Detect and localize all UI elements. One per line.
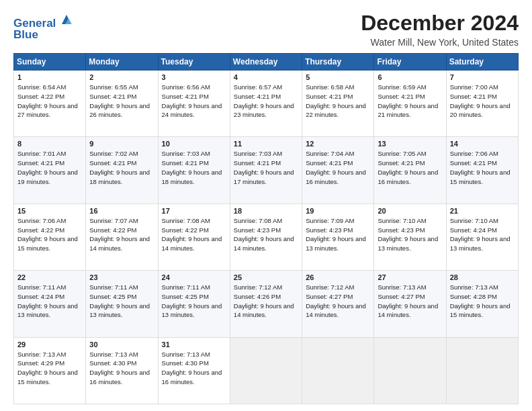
calendar-header-cell: Wednesday	[230, 54, 302, 71]
day-number: 20	[378, 207, 442, 215]
calendar-day-cell: 30Sunrise: 7:13 AMSunset: 4:30 PMDayligh…	[86, 337, 158, 404]
day-number: 10	[162, 140, 226, 148]
day-number: 1	[17, 73, 82, 81]
day-info: Sunrise: 7:08 AMSunset: 4:23 PMDaylight:…	[234, 216, 298, 253]
day-number: 29	[17, 340, 82, 349]
calendar-day-cell	[374, 337, 446, 404]
day-number: 30	[89, 340, 154, 349]
calendar-day-cell: 19Sunrise: 7:09 AMSunset: 4:23 PMDayligh…	[302, 203, 374, 270]
calendar-day-cell: 22Sunrise: 7:11 AMSunset: 4:24 PMDayligh…	[14, 271, 86, 337]
day-info: Sunrise: 7:05 AMSunset: 4:21 PMDaylight:…	[378, 149, 442, 186]
day-info: Sunrise: 6:56 AMSunset: 4:21 PMDaylight:…	[162, 83, 226, 120]
calendar-day-cell	[302, 337, 374, 404]
calendar-day-cell: 23Sunrise: 7:11 AMSunset: 4:25 PMDayligh…	[86, 271, 158, 337]
calendar-day-cell: 16Sunrise: 7:07 AMSunset: 4:22 PMDayligh…	[86, 203, 158, 270]
day-info: Sunrise: 7:01 AMSunset: 4:21 PMDaylight:…	[17, 149, 82, 186]
title-block: December 2024 Water Mill, New York, Unit…	[361, 11, 519, 48]
calendar-day-cell: 8Sunrise: 7:01 AMSunset: 4:21 PMDaylight…	[14, 137, 86, 203]
day-number: 13	[378, 140, 442, 148]
day-number: 22	[17, 273, 82, 281]
day-info: Sunrise: 7:11 AMSunset: 4:25 PMDaylight:…	[89, 283, 154, 320]
page: General Blue December 2024 Water Mill, N…	[0, 0, 532, 411]
day-info: Sunrise: 6:59 AMSunset: 4:21 PMDaylight:…	[378, 83, 442, 120]
day-number: 6	[378, 73, 442, 81]
calendar-header-row: SundayMondayTuesdayWednesdayThursdayFrid…	[14, 54, 519, 71]
calendar-day-cell: 28Sunrise: 7:13 AMSunset: 4:28 PMDayligh…	[446, 271, 518, 337]
day-number: 7	[450, 73, 515, 81]
calendar-day-cell: 18Sunrise: 7:08 AMSunset: 4:23 PMDayligh…	[230, 203, 302, 270]
calendar-day-cell: 24Sunrise: 7:11 AMSunset: 4:25 PMDayligh…	[158, 271, 230, 337]
calendar-day-cell: 25Sunrise: 7:12 AMSunset: 4:26 PMDayligh…	[230, 271, 302, 337]
day-number: 19	[306, 207, 370, 215]
day-number: 27	[378, 273, 442, 281]
day-number: 3	[162, 73, 226, 81]
logo-icon	[59, 12, 74, 27]
calendar-day-cell: 11Sunrise: 7:03 AMSunset: 4:21 PMDayligh…	[230, 137, 302, 203]
calendar-day-cell: 20Sunrise: 7:10 AMSunset: 4:23 PMDayligh…	[374, 203, 446, 270]
calendar-header-cell: Saturday	[446, 54, 518, 71]
calendar-day-cell: 1Sunrise: 6:54 AMSunset: 4:22 PMDaylight…	[14, 71, 86, 137]
day-info: Sunrise: 7:13 AMSunset: 4:29 PMDaylight:…	[17, 350, 82, 387]
day-info: Sunrise: 7:13 AMSunset: 4:27 PMDaylight:…	[378, 283, 442, 320]
day-number: 26	[306, 273, 370, 281]
calendar-week-row: 29Sunrise: 7:13 AMSunset: 4:29 PMDayligh…	[14, 337, 519, 404]
day-info: Sunrise: 7:00 AMSunset: 4:21 PMDaylight:…	[450, 83, 515, 120]
calendar-week-row: 1Sunrise: 6:54 AMSunset: 4:22 PMDaylight…	[14, 71, 519, 137]
calendar-day-cell: 7Sunrise: 7:00 AMSunset: 4:21 PMDaylight…	[446, 71, 518, 137]
calendar-day-cell	[230, 337, 302, 404]
day-info: Sunrise: 7:04 AMSunset: 4:21 PMDaylight:…	[306, 149, 370, 186]
day-number: 18	[234, 207, 298, 215]
calendar-day-cell: 29Sunrise: 7:13 AMSunset: 4:29 PMDayligh…	[14, 337, 86, 404]
calendar-day-cell: 2Sunrise: 6:55 AMSunset: 4:21 PMDaylight…	[86, 71, 158, 137]
day-number: 9	[89, 140, 154, 148]
subtitle: Water Mill, New York, United States	[361, 37, 519, 48]
day-number: 23	[89, 273, 154, 281]
day-info: Sunrise: 7:13 AMSunset: 4:28 PMDaylight:…	[450, 283, 515, 320]
calendar-day-cell	[446, 337, 518, 404]
day-info: Sunrise: 7:11 AMSunset: 4:25 PMDaylight:…	[162, 283, 226, 320]
calendar-day-cell: 4Sunrise: 6:57 AMSunset: 4:21 PMDaylight…	[230, 71, 302, 137]
day-info: Sunrise: 7:08 AMSunset: 4:22 PMDaylight:…	[162, 216, 226, 253]
calendar-day-cell: 14Sunrise: 7:06 AMSunset: 4:21 PMDayligh…	[446, 137, 518, 203]
calendar-body: 1Sunrise: 6:54 AMSunset: 4:22 PMDaylight…	[14, 71, 519, 404]
day-number: 5	[306, 73, 370, 81]
day-number: 8	[17, 140, 82, 148]
calendar-day-cell: 27Sunrise: 7:13 AMSunset: 4:27 PMDayligh…	[374, 271, 446, 337]
logo-text: General	[13, 11, 74, 30]
day-info: Sunrise: 7:13 AMSunset: 4:30 PMDaylight:…	[89, 350, 154, 387]
day-number: 24	[162, 273, 226, 281]
day-info: Sunrise: 6:58 AMSunset: 4:21 PMDaylight:…	[306, 83, 370, 120]
day-info: Sunrise: 7:02 AMSunset: 4:21 PMDaylight:…	[89, 149, 154, 186]
day-number: 21	[450, 207, 515, 215]
day-info: Sunrise: 7:03 AMSunset: 4:21 PMDaylight:…	[162, 149, 226, 186]
day-number: 28	[450, 273, 515, 281]
day-number: 4	[234, 73, 298, 81]
day-number: 31	[162, 340, 226, 349]
calendar-day-cell: 17Sunrise: 7:08 AMSunset: 4:22 PMDayligh…	[158, 203, 230, 270]
calendar-day-cell: 15Sunrise: 7:06 AMSunset: 4:22 PMDayligh…	[14, 203, 86, 270]
calendar-header-cell: Thursday	[302, 54, 374, 71]
calendar-day-cell: 21Sunrise: 7:10 AMSunset: 4:24 PMDayligh…	[446, 203, 518, 270]
day-number: 17	[162, 207, 226, 215]
day-number: 14	[450, 140, 515, 148]
calendar-day-cell: 6Sunrise: 6:59 AMSunset: 4:21 PMDaylight…	[374, 71, 446, 137]
day-number: 12	[306, 140, 370, 148]
day-info: Sunrise: 6:55 AMSunset: 4:21 PMDaylight:…	[89, 83, 154, 120]
calendar-day-cell: 9Sunrise: 7:02 AMSunset: 4:21 PMDaylight…	[86, 137, 158, 203]
calendar-header-cell: Monday	[86, 54, 158, 71]
calendar-week-row: 8Sunrise: 7:01 AMSunset: 4:21 PMDaylight…	[14, 137, 519, 203]
day-info: Sunrise: 7:09 AMSunset: 4:23 PMDaylight:…	[306, 216, 370, 253]
calendar-day-cell: 13Sunrise: 7:05 AMSunset: 4:21 PMDayligh…	[374, 137, 446, 203]
day-info: Sunrise: 7:06 AMSunset: 4:22 PMDaylight:…	[17, 216, 82, 253]
day-info: Sunrise: 7:12 AMSunset: 4:26 PMDaylight:…	[234, 283, 298, 320]
day-number: 16	[89, 207, 154, 215]
calendar-day-cell: 3Sunrise: 6:56 AMSunset: 4:21 PMDaylight…	[158, 71, 230, 137]
day-info: Sunrise: 7:11 AMSunset: 4:24 PMDaylight:…	[17, 283, 82, 320]
calendar-header-cell: Friday	[374, 54, 446, 71]
calendar-day-cell: 5Sunrise: 6:58 AMSunset: 4:21 PMDaylight…	[302, 71, 374, 137]
calendar-table: SundayMondayTuesdayWednesdayThursdayFrid…	[13, 53, 519, 404]
day-info: Sunrise: 7:12 AMSunset: 4:27 PMDaylight:…	[306, 283, 370, 320]
day-info: Sunrise: 7:06 AMSunset: 4:21 PMDaylight:…	[450, 149, 515, 186]
logo: General Blue	[13, 11, 74, 42]
day-info: Sunrise: 7:13 AMSunset: 4:30 PMDaylight:…	[162, 350, 226, 387]
